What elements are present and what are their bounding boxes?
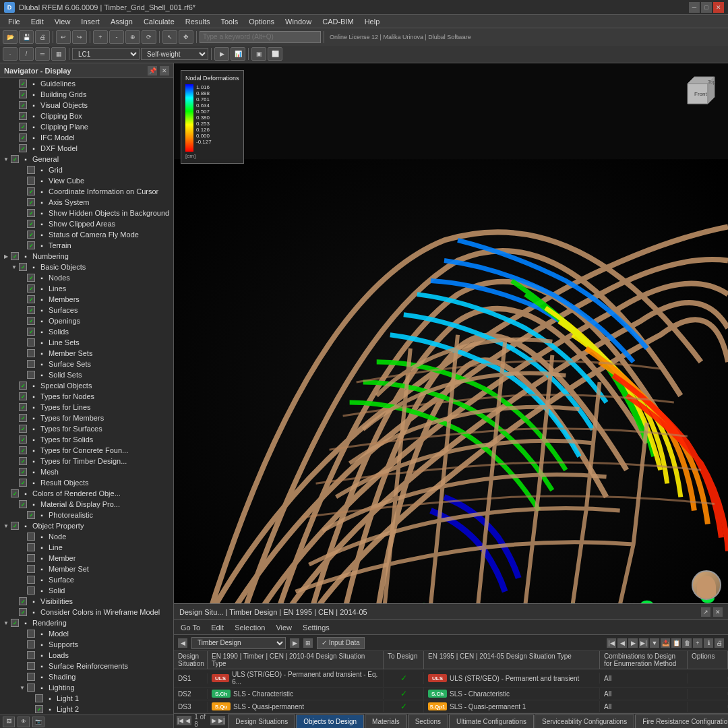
tab-serviceability-configs[interactable]: Serviceability Configurations xyxy=(535,715,634,728)
design-action-1[interactable]: |◀ xyxy=(607,638,616,648)
nav-expand-arrow[interactable]: ▼ xyxy=(3,156,9,162)
nav-item[interactable]: ▪Light 2 xyxy=(0,704,173,715)
nav-checkbox[interactable] xyxy=(19,80,27,88)
nav-item[interactable]: ▪Model xyxy=(0,628,173,639)
nav-checkbox[interactable] xyxy=(27,166,35,174)
maximize-button[interactable]: □ xyxy=(701,2,712,13)
tb2-view2[interactable]: ⬜ xyxy=(268,47,282,61)
nav-checkbox[interactable] xyxy=(11,619,19,627)
nav-checkbox[interactable] xyxy=(27,662,35,670)
nav-checkbox[interactable] xyxy=(19,608,27,616)
menu-cad-bim[interactable]: CAD-BIM xyxy=(317,16,359,27)
nav-checkbox[interactable] xyxy=(27,209,35,217)
tab-design-situations[interactable]: Design Situations xyxy=(228,715,295,728)
nav-bottom-camera[interactable]: 📷 xyxy=(32,717,44,727)
nav-item[interactable]: ▼▪Rendering xyxy=(0,617,173,628)
nav-expand-arrow[interactable]: ▼ xyxy=(19,684,26,691)
design-nav-prev[interactable]: ◀ xyxy=(178,638,187,648)
nav-item[interactable]: ▪DXF Model xyxy=(0,143,173,154)
design-nav-next[interactable]: ▶ xyxy=(290,638,299,648)
nav-item[interactable]: ▪Visual Objects xyxy=(0,100,173,111)
design-add[interactable]: + xyxy=(693,638,702,648)
nav-item[interactable]: ▪Solids xyxy=(0,326,173,337)
tb-zoom-in[interactable]: + xyxy=(93,30,108,44)
nav-checkbox[interactable] xyxy=(19,392,27,400)
nav-item[interactable]: ▪Surfaces xyxy=(0,305,173,315)
nav-checkbox[interactable] xyxy=(19,144,27,152)
tb2-calc[interactable]: ▶ xyxy=(214,47,229,61)
nav-item[interactable]: ▪Solid Sets xyxy=(0,369,173,380)
tb2-result[interactable]: 📊 xyxy=(231,47,245,61)
nav-item[interactable]: ▪Grid xyxy=(0,164,173,175)
search-input[interactable] xyxy=(200,31,321,43)
input-data-button[interactable]: ✓ Input Data xyxy=(317,637,365,649)
nav-expand-arrow[interactable] xyxy=(19,285,26,292)
tb-save[interactable]: 💾 xyxy=(19,30,34,44)
nav-checkbox[interactable] xyxy=(27,586,35,595)
nav-expand-arrow[interactable] xyxy=(19,652,26,659)
nav-item[interactable]: ▼▪Basic Objects xyxy=(0,262,173,272)
page-last[interactable]: ▶| xyxy=(218,716,225,725)
menu-insert[interactable]: Insert xyxy=(75,16,105,27)
nav-expand-arrow[interactable] xyxy=(11,415,18,421)
nav-checkbox[interactable] xyxy=(19,500,27,508)
nav-checkbox[interactable] xyxy=(27,576,35,584)
nav-checkbox[interactable] xyxy=(19,414,27,422)
menu-options[interactable]: Options xyxy=(243,16,280,27)
nav-bottom-icons[interactable]: 🖼 xyxy=(3,717,15,727)
menu-edit[interactable]: Edit xyxy=(26,16,49,27)
nav-item[interactable]: ▼▪Lighting xyxy=(0,682,173,693)
nav-checkbox[interactable] xyxy=(27,284,35,293)
nav-expand-arrow[interactable] xyxy=(19,371,26,378)
tb2-line[interactable]: / xyxy=(19,47,34,61)
page-first[interactable]: |◀ xyxy=(177,716,184,725)
design-restore-button[interactable]: ↗ xyxy=(701,607,710,617)
tb-select[interactable]: ↖ xyxy=(162,30,177,44)
design-export[interactable]: 📤 xyxy=(661,638,670,648)
nav-expand-arrow[interactable] xyxy=(11,425,18,432)
nav-checkbox[interactable] xyxy=(19,425,27,433)
nav-checkbox[interactable] xyxy=(19,435,27,444)
nav-item[interactable]: ▪Member Sets xyxy=(0,348,173,359)
menu-results[interactable]: Results xyxy=(180,16,216,27)
tab-ultimate-configs[interactable]: Ultimate Configurations xyxy=(449,715,534,728)
nav-expand-arrow[interactable] xyxy=(11,134,18,141)
nav-expand-arrow[interactable] xyxy=(19,231,26,238)
nav-checkbox[interactable] xyxy=(19,123,27,131)
nav-pin-button[interactable]: 📌 xyxy=(148,66,157,75)
nav-checkbox[interactable] xyxy=(19,468,27,476)
nav-expand-arrow[interactable] xyxy=(19,307,26,313)
nav-checkbox[interactable] xyxy=(27,651,35,659)
tab-objects-to-design[interactable]: Objects to Design xyxy=(296,715,364,728)
navigator-content[interactable]: ▪Guidelines▪Building Grids▪Visual Object… xyxy=(0,78,173,715)
design-action-4[interactable]: ▶| xyxy=(639,638,648,648)
nav-expand-arrow[interactable] xyxy=(19,188,26,195)
nav-expand-arrow[interactable] xyxy=(19,663,26,669)
nav-item[interactable]: ▪Supports xyxy=(0,639,173,650)
nav-item[interactable]: ▪Lines xyxy=(0,283,173,294)
nav-checkbox[interactable] xyxy=(27,533,35,541)
nav-expand-arrow[interactable] xyxy=(3,490,9,497)
nav-expand-arrow[interactable] xyxy=(19,274,26,281)
design-close-button[interactable]: ✕ xyxy=(713,607,723,617)
design-info[interactable]: ℹ xyxy=(704,638,713,648)
nav-checkbox[interactable] xyxy=(19,101,27,109)
nav-item[interactable]: ▪Consider Colors in Wireframe Model xyxy=(0,607,173,617)
tab-sections[interactable]: Sections xyxy=(408,715,448,728)
nav-checkbox[interactable] xyxy=(27,349,35,357)
nav-expand-arrow[interactable]: ▼ xyxy=(3,522,9,529)
menu-tools[interactable]: Tools xyxy=(215,16,243,27)
nav-expand-arrow[interactable] xyxy=(19,199,26,206)
nav-checkbox[interactable] xyxy=(35,694,43,702)
nav-checkbox[interactable] xyxy=(27,274,35,282)
design-menu-edit[interactable]: Edit xyxy=(208,622,226,633)
nav-item[interactable]: ▪Shading xyxy=(0,671,173,682)
nav-item[interactable]: ▪Show Clipped Areas xyxy=(0,218,173,229)
lc-dropdown[interactable]: LC1 xyxy=(72,48,140,60)
nav-expand-arrow[interactable] xyxy=(19,630,26,637)
tb-open[interactable]: 📂 xyxy=(3,30,18,44)
nav-checkbox[interactable] xyxy=(11,522,19,530)
design-print[interactable]: 🖨 xyxy=(715,638,724,648)
design-expand-icon[interactable]: ⊞ xyxy=(303,638,313,648)
menu-view[interactable]: View xyxy=(49,16,76,27)
